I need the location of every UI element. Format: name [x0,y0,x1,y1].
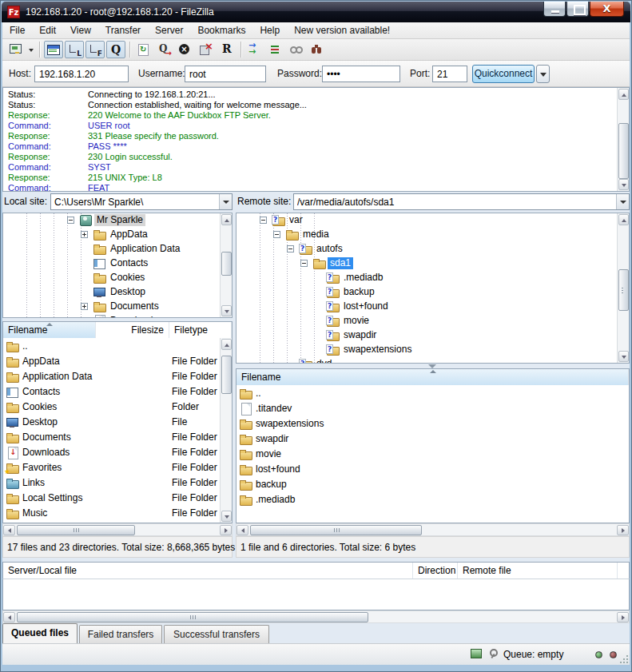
file-row-mediadb[interactable]: .mediadb [237,492,629,507]
file-row-local-settings[interactable]: Local SettingsFile Folder [3,491,232,506]
scroll-thumb[interactable] [250,525,422,535]
compare-button[interactable] [245,41,264,58]
expand-icon[interactable] [81,303,88,310]
host-input[interactable]: 192.168.1.20 [34,66,129,82]
column-header-server-local-file[interactable]: Server/Local file [3,563,413,579]
site-manager-button[interactable] [6,41,26,58]
tree-item-contacts[interactable]: Contacts [3,256,232,271]
menu-item-view[interactable]: View [63,22,98,38]
tree-item-lost-found[interactable]: ?lost+found [237,300,629,314]
tree-item-swapextensions[interactable]: ?swapextensions [237,343,629,357]
reconnect-button[interactable] [217,41,237,58]
tab-successful-transfers[interactable]: Successful transfers [164,625,269,643]
scroll-up-icon[interactable] [618,89,629,100]
file-row-cookies[interactable]: CookiesFolder [3,400,232,415]
process-queue-button[interactable] [155,41,174,58]
tree-item-application-data[interactable]: Application Data [3,242,232,256]
collapse-icon[interactable] [300,260,308,267]
menu-item-bookmarks[interactable]: Bookmarks [190,22,252,38]
tree-item-var[interactable]: ?var [237,213,629,228]
column-header-filetype[interactable]: Filetype [169,322,232,338]
collapse-icon[interactable] [273,231,280,238]
tree-item-movie[interactable]: ?movie [237,314,629,328]
tree-item-autofs[interactable]: ?autofs [237,242,629,256]
menu-item-server[interactable]: Server [148,22,190,38]
tree-item-appdata[interactable]: AppData [3,228,232,242]
local-site-combo[interactable]: C:\Users\Mr Sparkle\ [50,193,233,210]
refresh-button[interactable] [134,41,153,58]
toggle-log-button[interactable] [44,41,63,58]
log-scrollbar[interactable] [617,88,629,191]
file-row-favorites[interactable]: ★FavoritesFile Folder [3,460,232,475]
sync-browsing-button[interactable] [266,41,285,58]
file-row-application-data[interactable]: Application DataFile Folder [3,369,232,384]
scroll-left-icon[interactable] [3,612,15,622]
file-row-swapdir[interactable]: swapdir [237,431,629,447]
username-input[interactable]: root [185,66,266,82]
toggle-local-tree-button[interactable] [65,41,84,58]
menu-item-help[interactable]: Help [252,22,287,38]
quickconnect-dropdown-button[interactable] [536,65,550,83]
close-button[interactable] [590,2,624,17]
scroll-left-icon[interactable] [3,525,15,535]
tree-item-downloads[interactable]: ↓Downloads [3,314,232,318]
collapse-icon[interactable] [287,245,294,252]
menu-item-file[interactable]: File [2,22,32,38]
scroll-right-icon[interactable] [220,525,232,535]
maximize-button[interactable] [566,2,589,17]
tab-queued-files[interactable]: Queued files [2,623,78,643]
collapse-icon[interactable] [67,217,74,224]
title-bar[interactable]: Fz 192.168.1.20 - root@192.168.1.20 - Fi… [2,2,630,22]
queue-hscrollbar[interactable] [2,610,630,623]
chevron-down-icon[interactable] [219,194,232,209]
tree-item-sda1[interactable]: sda1 [237,256,629,271]
file-row-downloads[interactable]: ↓DownloadsFile Folder [3,445,232,460]
filter-button[interactable] [287,41,306,58]
column-header-filename[interactable]: Filename [3,322,96,338]
tab-failed-transfers[interactable]: Failed transfers [79,625,162,643]
tree-item-swapdir[interactable]: ?swapdir [237,328,629,343]
tree-item-documents[interactable]: Documents [3,300,232,314]
file-row-[interactable]: .. [3,339,232,354]
menu-item-edit[interactable]: Edit [32,22,63,38]
menu-item-transfer[interactable]: Transfer [98,22,148,38]
scroll-down-icon[interactable] [618,179,629,190]
column-header-filesize[interactable]: Filesize [96,322,169,338]
resize-grip[interactable] [620,655,628,663]
file-row-music[interactable]: MusicFile Folder [3,506,232,521]
tree-item-mr-sparkle[interactable]: Mr Sparkle [3,213,232,228]
port-input[interactable]: 21 [432,66,467,82]
minimize-button[interactable] [543,2,566,17]
toggle-queue-button[interactable] [106,41,125,58]
scroll-right-icon[interactable] [617,525,629,535]
site-manager-dropdown-icon[interactable] [26,41,36,58]
column-header-filename[interactable]: Filename [237,369,629,385]
collapse-icon[interactable] [260,217,267,224]
expand-icon[interactable] [81,317,88,318]
quickconnect-button[interactable]: Quickconnect [472,65,535,83]
file-row-titandev[interactable]: .titandev [237,401,629,416]
remote-site-combo[interactable]: /var/media/autofs/sda1 [293,193,630,210]
tree-item-desktop[interactable]: Desktop [3,285,232,300]
file-row-documents[interactable]: DocumentsFile Folder [3,430,232,445]
scroll-thumb[interactable] [618,123,629,179]
file-row-movie[interactable]: movie [237,447,629,462]
tree-item-cookies[interactable]: Cookies [3,271,232,285]
column-header-remote-file[interactable]: Remote file [458,563,618,579]
file-row-links[interactable]: LinksFile Folder [3,475,232,491]
menu-item-new-version-available[interactable]: New version available! [287,22,397,38]
file-row-appdata[interactable]: AppDataFile Folder [3,354,232,369]
tree-item-backup[interactable]: ?backup [237,285,629,300]
local-list-hscrollbar[interactable] [2,523,233,536]
chevron-down-icon[interactable] [616,194,629,209]
column-header-direction[interactable]: Direction [413,563,458,579]
tree-item-mediadb[interactable]: ?.mediadb [237,271,629,285]
file-row-swapextensions[interactable]: swapextensions [237,416,629,431]
cancel-button[interactable] [176,41,195,58]
scroll-thumb[interactable] [17,525,135,535]
file-row-backup[interactable]: backup [237,477,629,492]
find-button[interactable] [308,41,327,58]
expand-icon[interactable] [81,231,88,238]
tree-item-media[interactable]: media [237,228,629,242]
scroll-right-icon[interactable] [617,612,629,622]
